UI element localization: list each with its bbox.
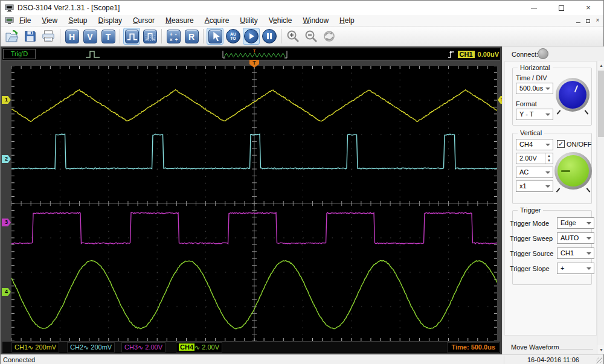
ch4-readout[interactable]: CH4∿ 2.00V [176, 342, 222, 353]
probe-select[interactable]: x1 [516, 180, 553, 192]
chevron-down-icon [545, 113, 550, 116]
scroll-up-icon[interactable]: ▲ [597, 61, 604, 70]
trigger-settings-button[interactable]: T [100, 28, 117, 45]
ch1-readout[interactable]: CH1∿ 200mV [11, 342, 59, 353]
menu-item-view[interactable]: View [36, 16, 63, 25]
chevron-down-icon [586, 237, 591, 240]
menu-item-file[interactable]: File [14, 16, 36, 25]
math-button[interactable]: +-×÷ [165, 28, 182, 45]
statusbar-separator [504, 356, 504, 364]
zoom-in-button[interactable] [284, 28, 301, 45]
menu-item-setup[interactable]: Setup [63, 16, 92, 25]
mdi-restore-button[interactable] [583, 16, 593, 25]
trigger-source-value: CH1 [561, 249, 574, 257]
vertical-scale-spinner[interactable]: 2.00V ▲▼ [516, 153, 553, 164]
self-calibration-button[interactable] [321, 28, 338, 45]
menu-item-vehicle[interactable]: Vehicle [263, 16, 298, 25]
format-select[interactable]: Y - T [516, 109, 553, 120]
multi-waveform-button[interactable] [141, 28, 158, 45]
channel-onoff-checkbox[interactable]: ✓ [557, 140, 565, 148]
vertical-channel-select[interactable]: CH4 [516, 139, 553, 150]
minimize-button[interactable] [525, 2, 543, 13]
print-button[interactable] [40, 28, 57, 45]
resize-grip[interactable] [596, 357, 602, 363]
chevron-down-icon [545, 88, 550, 90]
trigger-mode-label: Trigger Mode [510, 220, 549, 227]
cursor-arrow-icon [209, 30, 222, 43]
ch4-coupling-icon: ∿ [194, 343, 200, 351]
scope-graticule-and-waveforms [11, 66, 497, 341]
toolbar-separator [161, 29, 162, 43]
ch4-scale: 2.00V [202, 343, 219, 351]
mdi-close-button[interactable]: × [593, 16, 602, 25]
maximize-button[interactable] [552, 2, 570, 13]
autoset-button[interactable]: AUTO [225, 28, 242, 45]
menu-item-utility[interactable]: Utility [234, 16, 263, 25]
horizontal-knob-face [559, 81, 586, 109]
trigger-mode-select[interactable]: Edge [557, 217, 594, 229]
ch2-marker[interactable]: 2 [2, 155, 11, 163]
toolbar-separator [203, 29, 204, 43]
open-button[interactable] [4, 28, 21, 45]
mdi-minimize-button[interactable] [574, 16, 583, 25]
ch3-readout[interactable]: CH3∿ 2.00V [121, 342, 165, 353]
run-button[interactable] [243, 28, 260, 45]
scope-document-icon [5, 17, 14, 25]
format-value: Y - T [519, 110, 533, 118]
save-button[interactable] [22, 28, 39, 45]
sync-arrows-icon [322, 29, 336, 43]
ch2-readout[interactable]: CH2∿ 200mV [67, 342, 115, 353]
connection-status: Connected [3, 356, 35, 363]
connect-indicator[interactable] [538, 48, 548, 59]
pulse-lines-icon [144, 30, 157, 43]
trigger-source-select[interactable]: CH1 [557, 247, 594, 259]
zoom-out-button[interactable] [303, 28, 320, 45]
timebase-readout: Time: 500.0us [447, 342, 500, 353]
trigger-level-value: 0.00uV [478, 51, 499, 58]
reference-button[interactable]: R [183, 28, 200, 45]
scope-display[interactable]: 1 2 3 4 T T [11, 66, 497, 341]
single-waveform-button[interactable] [123, 28, 140, 45]
scrollbar-thumb[interactable] [598, 71, 604, 137]
open-icon [5, 29, 19, 43]
time-div-select[interactable]: 500.0us [516, 83, 553, 94]
ch4-marker[interactable]: 4 [2, 288, 11, 296]
waveform-position-preview[interactable]: T [221, 49, 289, 60]
ch1-label: CH1 [14, 343, 28, 351]
scroll-down-icon[interactable]: ▼ [597, 345, 604, 354]
probe-value: x1 [519, 182, 527, 190]
menu-item-display[interactable]: Display [93, 16, 127, 25]
ch1-marker[interactable]: 1 [2, 96, 11, 104]
move-waveform-slider[interactable] [550, 349, 593, 350]
close-button[interactable]: × [579, 2, 597, 13]
trigger-slope-value: + [561, 264, 564, 272]
menu-item-acquire[interactable]: Acquire [199, 16, 235, 25]
ch3-scale: 2.00V [145, 343, 162, 351]
vertical-settings-button[interactable]: V [82, 28, 98, 45]
trigger-slope-select[interactable]: + [557, 263, 594, 274]
cursor-button[interactable] [207, 28, 223, 45]
datetime: 16-04-2016 11:06 [527, 356, 579, 363]
ch3-marker[interactable]: 3 [2, 219, 11, 226]
menu-item-help[interactable]: Help [334, 16, 360, 25]
horizontal-settings-button[interactable]: H [63, 28, 80, 45]
reference-letter: R [185, 30, 199, 43]
trigger-sweep-select[interactable]: AUTO [557, 232, 594, 244]
channel-readout-bar: CH1∿ 200mV CH2∿ 200mV CH3∿ 2.00V CH4∿ 2.… [2, 342, 500, 353]
chevron-down-icon [586, 267, 591, 270]
chevron-down-icon [586, 222, 591, 225]
panel-scrollbar[interactable]: ▲ ▼ [597, 61, 604, 354]
svg-text:+: + [169, 32, 172, 37]
menu-item-window[interactable]: Window [297, 16, 334, 25]
spinner-arrows[interactable]: ▲▼ [545, 153, 553, 164]
menu-item-cursor[interactable]: Cursor [127, 16, 160, 25]
horizontal-knob[interactable] [556, 78, 590, 112]
app-icon [5, 4, 14, 12]
chevron-down-icon [545, 144, 550, 146]
coupling-select[interactable]: AC [516, 167, 553, 178]
trigger-slope-label: Trigger Slope [510, 265, 550, 272]
pause-button[interactable] [261, 28, 278, 45]
toolbar: H V T +-×÷ R AUTO [1, 27, 603, 46]
vertical-knob[interactable] [554, 152, 592, 190]
menu-item-measure[interactable]: Measure [160, 16, 199, 25]
